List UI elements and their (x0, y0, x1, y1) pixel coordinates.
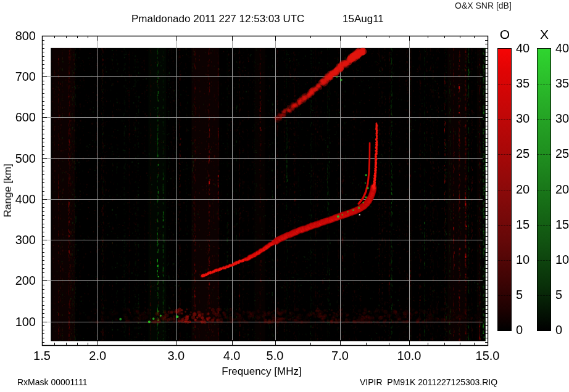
y-tick-label: 100 (9, 316, 36, 328)
colorbar-tick-mark (538, 190, 550, 190)
colorbar-title: O&X SNR [dB] (455, 1, 512, 10)
page-title: Pmaldonado 2011 227 12:53:03 UTC (131, 13, 304, 25)
source-file-label: VIPIR PM91K 2011227125303.RIQ (360, 377, 497, 387)
colorbar-tick-mark (538, 119, 550, 120)
y-tick-label: 300 (9, 234, 36, 246)
colorbar-o (497, 48, 512, 331)
colorbar-tick-mark (498, 154, 511, 155)
ionogram-page: Pmaldonado 2011 227 12:53:03 UTC 15Aug11… (0, 0, 569, 392)
colorbar-tick-mark (538, 154, 550, 155)
colorbar-x-tick-label: 10 (555, 253, 569, 266)
y-axis-title: Range [km] (2, 164, 14, 218)
colorbar-o-tick-label: 0 (516, 324, 537, 336)
y-tick-label: 600 (9, 111, 36, 123)
ionogram-canvas (0, 0, 569, 392)
colorbar-o-tick-label: 35 (516, 77, 537, 89)
colorbar-tick-mark (498, 190, 511, 190)
colorbar-x-tick-label: 15 (555, 218, 569, 231)
colorbar-x-tick-label: 25 (555, 147, 569, 160)
x-tick-label: 7.0 (322, 349, 359, 362)
colorbar-x-tick-label: 5 (555, 288, 569, 301)
colorbar-tick-mark (538, 225, 550, 226)
colorbar-tick-mark (498, 119, 511, 120)
x-axis-title: Frequency [MHz] (222, 365, 301, 378)
colorbar-o-label: O (500, 27, 510, 42)
colorbar-x-tick-label: 30 (555, 112, 569, 125)
colorbar-x-tick-label: 35 (555, 77, 569, 89)
colorbar-x-label: X (540, 27, 549, 42)
x-tick-label: 4.0 (214, 349, 251, 362)
page-title-date: 15Aug11 (343, 13, 384, 25)
colorbar-o-tick-label: 15 (516, 218, 537, 231)
colorbar-tick-mark (498, 260, 511, 261)
colorbar-o-tick-label: 5 (516, 288, 537, 301)
colorbar-tick-mark (498, 225, 511, 226)
x-tick-label: 10.0 (391, 349, 428, 362)
colorbar-o-tick-label: 30 (516, 112, 537, 125)
colorbar-o-tick-label: 10 (516, 253, 537, 266)
x-tick-label: 15.0 (469, 349, 506, 362)
colorbar-o-tick-label: 20 (516, 183, 537, 195)
x-tick-label: 2.0 (79, 349, 116, 362)
colorbar-tick-mark (538, 84, 550, 84)
colorbar-x-tick-label: 40 (555, 42, 569, 54)
x-tick-label: 5.0 (257, 349, 294, 362)
y-tick-label: 400 (9, 193, 36, 205)
x-tick-label: 1.5 (23, 349, 60, 362)
rxmask-label: RxMask 00001111 (17, 377, 88, 387)
x-tick-label: 3.0 (157, 349, 194, 362)
colorbar-tick-mark (498, 84, 511, 84)
colorbar-tick-mark (538, 260, 550, 261)
colorbar-o-tick-label: 25 (516, 147, 537, 160)
colorbar-x (537, 48, 551, 331)
colorbar-x-tick-label: 20 (555, 183, 569, 195)
colorbar-tick-mark (498, 295, 511, 296)
y-tick-label: 500 (9, 152, 36, 165)
y-tick-label: 800 (9, 30, 36, 42)
y-tick-label: 200 (9, 274, 36, 287)
y-tick-label: 700 (9, 70, 36, 83)
colorbar-x-tick-label: 0 (555, 324, 569, 336)
colorbar-tick-mark (538, 295, 550, 296)
colorbar-o-tick-label: 40 (516, 42, 537, 54)
